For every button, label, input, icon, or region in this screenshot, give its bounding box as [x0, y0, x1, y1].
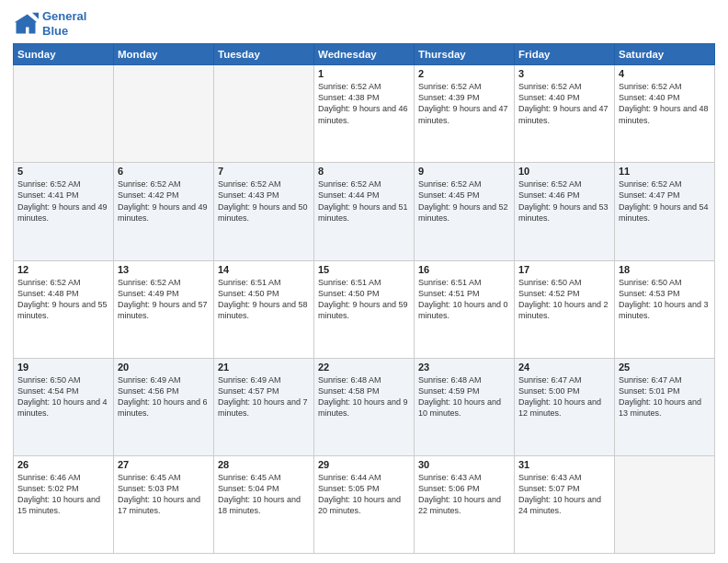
calendar-cell: 5Sunrise: 6:52 AM Sunset: 4:41 PM Daylig… [14, 163, 114, 260]
calendar-cell [114, 65, 214, 163]
cell-info: Sunrise: 6:48 AM Sunset: 4:59 PM Dayligh… [418, 374, 510, 419]
weekday-header: Friday [515, 44, 615, 65]
cell-info: Sunrise: 6:52 AM Sunset: 4:41 PM Dayligh… [17, 178, 109, 224]
cell-info: Sunrise: 6:47 AM Sunset: 5:01 PM Dayligh… [619, 374, 711, 419]
cell-info: Sunrise: 6:47 AM Sunset: 5:00 PM Dayligh… [518, 374, 610, 419]
calendar-cell: 7Sunrise: 6:52 AM Sunset: 4:43 PM Daylig… [214, 163, 314, 260]
cell-info: Sunrise: 6:52 AM Sunset: 4:45 PM Dayligh… [418, 178, 510, 224]
cell-info: Sunrise: 6:52 AM Sunset: 4:42 PM Dayligh… [118, 178, 210, 224]
calendar-cell: 22Sunrise: 6:48 AM Sunset: 4:58 PM Dayli… [314, 358, 415, 455]
cell-info: Sunrise: 6:51 AM Sunset: 4:51 PM Dayligh… [418, 277, 510, 322]
weekday-header: Thursday [415, 44, 515, 65]
page: General Blue SundayMondayTuesdayWednesda… [0, 0, 728, 563]
logo-text: General Blue [42, 9, 86, 38]
calendar-cell: 14Sunrise: 6:51 AM Sunset: 4:50 PM Dayli… [214, 260, 314, 358]
cell-info: Sunrise: 6:52 AM Sunset: 4:47 PM Dayligh… [619, 178, 711, 224]
calendar-cell: 10Sunrise: 6:52 AM Sunset: 4:46 PM Dayli… [515, 163, 615, 260]
calendar-cell: 11Sunrise: 6:52 AM Sunset: 4:47 PM Dayli… [615, 163, 715, 260]
cell-info: Sunrise: 6:52 AM Sunset: 4:44 PM Dayligh… [318, 178, 410, 224]
day-number: 7 [218, 166, 310, 177]
day-number: 18 [619, 264, 711, 275]
day-number: 20 [118, 362, 210, 373]
day-number: 19 [17, 362, 109, 373]
calendar-cell: 16Sunrise: 6:51 AM Sunset: 4:51 PM Dayli… [415, 260, 515, 358]
calendar-week-row: 5Sunrise: 6:52 AM Sunset: 4:41 PM Daylig… [14, 163, 715, 260]
cell-info: Sunrise: 6:45 AM Sunset: 5:03 PM Dayligh… [118, 472, 210, 517]
cell-info: Sunrise: 6:51 AM Sunset: 4:50 PM Dayligh… [218, 277, 310, 322]
cell-info: Sunrise: 6:52 AM Sunset: 4:40 PM Dayligh… [619, 81, 711, 126]
calendar-week-row: 1Sunrise: 6:52 AM Sunset: 4:38 PM Daylig… [14, 65, 715, 163]
calendar-cell: 24Sunrise: 6:47 AM Sunset: 5:00 PM Dayli… [515, 358, 615, 455]
calendar-cell: 17Sunrise: 6:50 AM Sunset: 4:52 PM Dayli… [515, 260, 615, 358]
day-number: 21 [218, 362, 310, 373]
day-number: 9 [418, 166, 510, 177]
cell-info: Sunrise: 6:43 AM Sunset: 5:07 PM Dayligh… [518, 472, 610, 517]
cell-info: Sunrise: 6:43 AM Sunset: 5:06 PM Dayligh… [418, 472, 510, 517]
calendar-cell: 26Sunrise: 6:46 AM Sunset: 5:02 PM Dayli… [14, 455, 114, 553]
calendar-cell: 13Sunrise: 6:52 AM Sunset: 4:49 PM Dayli… [114, 260, 214, 358]
cell-info: Sunrise: 6:49 AM Sunset: 4:57 PM Dayligh… [218, 374, 310, 419]
cell-info: Sunrise: 6:50 AM Sunset: 4:53 PM Dayligh… [619, 277, 711, 322]
day-number: 2 [418, 68, 510, 79]
day-number: 29 [318, 459, 410, 470]
calendar-cell: 12Sunrise: 6:52 AM Sunset: 4:48 PM Dayli… [14, 260, 114, 358]
day-number: 31 [518, 459, 610, 470]
cell-info: Sunrise: 6:52 AM Sunset: 4:43 PM Dayligh… [218, 178, 310, 224]
day-number: 4 [619, 68, 711, 79]
day-number: 11 [619, 166, 711, 177]
day-number: 5 [17, 166, 109, 177]
calendar-cell: 3Sunrise: 6:52 AM Sunset: 4:40 PM Daylig… [515, 65, 615, 163]
day-number: 1 [318, 68, 410, 79]
cell-info: Sunrise: 6:50 AM Sunset: 4:52 PM Dayligh… [518, 277, 610, 322]
day-number: 10 [518, 166, 610, 177]
calendar-cell: 4Sunrise: 6:52 AM Sunset: 4:40 PM Daylig… [615, 65, 715, 163]
calendar-cell [214, 65, 314, 163]
cell-info: Sunrise: 6:52 AM Sunset: 4:39 PM Dayligh… [418, 81, 510, 126]
cell-info: Sunrise: 6:45 AM Sunset: 5:04 PM Dayligh… [218, 472, 310, 517]
weekday-header: Sunday [14, 44, 114, 65]
cell-info: Sunrise: 6:44 AM Sunset: 5:05 PM Dayligh… [318, 472, 410, 517]
weekday-header: Tuesday [214, 44, 314, 65]
day-number: 28 [218, 459, 310, 470]
day-number: 3 [518, 68, 610, 79]
cell-info: Sunrise: 6:52 AM Sunset: 4:38 PM Dayligh… [318, 81, 410, 126]
day-number: 15 [318, 264, 410, 275]
cell-info: Sunrise: 6:49 AM Sunset: 4:56 PM Dayligh… [118, 374, 210, 419]
calendar-cell: 1Sunrise: 6:52 AM Sunset: 4:38 PM Daylig… [314, 65, 415, 163]
calendar-cell: 28Sunrise: 6:45 AM Sunset: 5:04 PM Dayli… [214, 455, 314, 553]
header: General Blue [13, 9, 715, 38]
day-number: 23 [418, 362, 510, 373]
weekday-header: Monday [114, 44, 214, 65]
calendar-cell: 31Sunrise: 6:43 AM Sunset: 5:07 PM Dayli… [515, 455, 615, 553]
cell-info: Sunrise: 6:52 AM Sunset: 4:46 PM Dayligh… [518, 178, 610, 224]
calendar-header-row: SundayMondayTuesdayWednesdayThursdayFrid… [14, 44, 715, 65]
day-number: 17 [518, 264, 610, 275]
calendar-week-row: 12Sunrise: 6:52 AM Sunset: 4:48 PM Dayli… [14, 260, 715, 358]
cell-info: Sunrise: 6:48 AM Sunset: 4:58 PM Dayligh… [318, 374, 410, 419]
weekday-header: Saturday [615, 44, 715, 65]
calendar-cell: 9Sunrise: 6:52 AM Sunset: 4:45 PM Daylig… [415, 163, 515, 260]
day-number: 6 [118, 166, 210, 177]
calendar-cell: 19Sunrise: 6:50 AM Sunset: 4:54 PM Dayli… [14, 358, 114, 455]
cell-info: Sunrise: 6:46 AM Sunset: 5:02 PM Dayligh… [17, 472, 109, 517]
day-number: 27 [118, 459, 210, 470]
calendar-cell: 30Sunrise: 6:43 AM Sunset: 5:06 PM Dayli… [415, 455, 515, 553]
calendar-cell: 21Sunrise: 6:49 AM Sunset: 4:57 PM Dayli… [214, 358, 314, 455]
calendar-week-row: 19Sunrise: 6:50 AM Sunset: 4:54 PM Dayli… [14, 358, 715, 455]
calendar-cell: 18Sunrise: 6:50 AM Sunset: 4:53 PM Dayli… [615, 260, 715, 358]
calendar-cell: 15Sunrise: 6:51 AM Sunset: 4:50 PM Dayli… [314, 260, 415, 358]
calendar-cell: 8Sunrise: 6:52 AM Sunset: 4:44 PM Daylig… [314, 163, 415, 260]
calendar-cell: 6Sunrise: 6:52 AM Sunset: 4:42 PM Daylig… [114, 163, 214, 260]
day-number: 30 [418, 459, 510, 470]
day-number: 13 [118, 264, 210, 275]
calendar-cell [14, 65, 114, 163]
calendar-cell: 2Sunrise: 6:52 AM Sunset: 4:39 PM Daylig… [415, 65, 515, 163]
calendar-cell: 27Sunrise: 6:45 AM Sunset: 5:03 PM Dayli… [114, 455, 214, 553]
day-number: 12 [17, 264, 109, 275]
day-number: 24 [518, 362, 610, 373]
day-number: 25 [619, 362, 711, 373]
calendar-cell: 20Sunrise: 6:49 AM Sunset: 4:56 PM Dayli… [114, 358, 214, 455]
calendar-cell: 25Sunrise: 6:47 AM Sunset: 5:01 PM Dayli… [615, 358, 715, 455]
day-number: 16 [418, 264, 510, 275]
day-number: 26 [17, 459, 109, 470]
